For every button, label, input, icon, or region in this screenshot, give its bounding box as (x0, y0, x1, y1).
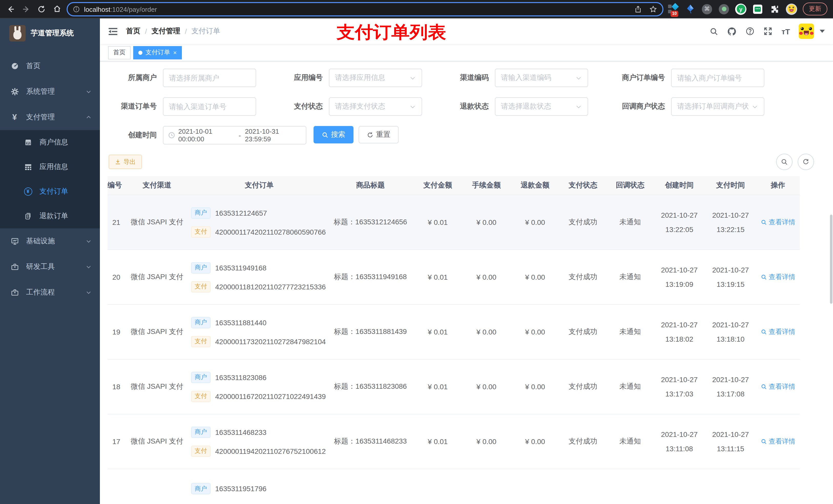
tab-close-icon[interactable]: × (173, 49, 177, 55)
table-row[interactable]: 商户 1635311951796 查看详情 (108, 469, 800, 504)
filter-callback-status: 回调商户状态 请选择订单回调商户状态 (605, 97, 764, 116)
reset-button[interactable]: 重置 (359, 126, 399, 143)
table-row[interactable]: 20 微信 JSAPI 支付 商户 1635311949168 支付 42000… (108, 250, 800, 305)
date-range-input[interactable]: 2021-10-01 00:00:00 - 2021-10-31 23:59:5… (163, 126, 306, 144)
browser-back-icon[interactable] (5, 3, 16, 15)
pay-channel: 微信 JSAPI 支付 (125, 272, 189, 282)
app-title: 芋道管理系统 (31, 29, 74, 38)
extension-chat-icon[interactable] (752, 3, 763, 15)
extension-emoji-icon[interactable] (786, 3, 797, 15)
github-icon[interactable] (727, 26, 737, 36)
view-detail-link[interactable]: 查看详情 (761, 218, 795, 227)
browser-reload-icon[interactable] (36, 3, 47, 15)
sidebar-item-pay-order[interactable]: ¥ 支付订单 (0, 179, 100, 204)
extension-y-icon[interactable]: y (735, 3, 746, 15)
sidebar-item-home[interactable]: 首页 (0, 53, 100, 79)
channel-pay-no: 4200001174202110278060590766 (215, 228, 326, 236)
app-logo[interactable]: 芋道管理系统 (0, 19, 100, 48)
avatar-caret-icon[interactable] (820, 30, 825, 33)
pay-status: 支付成功 (560, 327, 606, 337)
callback-status: 未通知 (606, 327, 654, 337)
extension-kite-icon[interactable] (685, 3, 696, 15)
channel-pay-no: 4200001181202110277723215336 (215, 283, 326, 291)
order-id: 21 (108, 218, 125, 226)
site-info-icon[interactable] (73, 5, 80, 13)
filter-merchant-order-no: 商户订单编号 (605, 69, 764, 87)
merchant-tag: 商户 (191, 371, 211, 383)
filter-refund-status: 退款状态 请选择退款状态 (439, 97, 588, 116)
pay-status-select[interactable]: 请选择支付状态 (329, 97, 422, 116)
chevron-down-icon (752, 103, 758, 110)
vertical-scrollbar[interactable] (830, 215, 832, 304)
merchant-order-no: 1635312124657 (215, 209, 267, 217)
font-size-icon[interactable]: ᴛT (782, 27, 790, 35)
extension-green-dot-icon[interactable] (718, 3, 730, 15)
sidebar-item-payment[interactable]: ¥ 支付管理 (0, 104, 100, 130)
share-icon[interactable] (634, 5, 642, 13)
extension-command-icon[interactable]: ⌘ (701, 3, 713, 15)
channel-order-no-input[interactable] (169, 102, 250, 111)
bookmark-star-icon[interactable] (649, 5, 657, 13)
tag-home[interactable]: 首页 (108, 46, 130, 59)
pay-time: 2021-10-2713:22:15 (705, 210, 756, 234)
product-title: 标题：1635311949168 (327, 272, 413, 282)
breadcrumb-home[interactable]: 首页 (126, 27, 140, 36)
export-button[interactable]: 导出 (109, 155, 142, 169)
sidebar-item-refund-order[interactable]: 退款订单 (0, 204, 100, 229)
create-time: 2021-10-2713:19:09 (654, 265, 705, 289)
create-time (654, 469, 705, 474)
pay-amount: ¥ 0.01 (413, 218, 462, 226)
search-icon[interactable] (710, 27, 718, 35)
app-no-select[interactable]: 请选择应用信息 (329, 69, 422, 87)
help-icon[interactable] (746, 27, 755, 36)
chrome-update-button[interactable]: 更新 (803, 3, 827, 15)
browser-forward-icon[interactable] (21, 3, 32, 15)
callback-status-select[interactable]: 请选择订单回调商户状态 (671, 97, 764, 116)
pay-status: 支付成功 (560, 382, 606, 391)
toolbox-icon (10, 263, 19, 271)
sidebar-collapse-icon[interactable] (108, 27, 118, 35)
chevron-down-icon (86, 264, 92, 270)
merchant-tag: 商户 (191, 483, 211, 494)
table-row[interactable]: 17 微信 JSAPI 支付 商户 1635311468233 支付 42000… (108, 414, 800, 469)
breadcrumb-pay-order: 支付订单 (192, 27, 220, 36)
sidebar-item-merchant-info[interactable]: 商户信息 (0, 130, 100, 155)
extensions-puzzle-icon[interactable] (769, 3, 780, 15)
view-detail-link[interactable]: 查看详情 (761, 327, 795, 337)
product-title: 标题：1635312124656 (327, 218, 413, 227)
date-start: 2021-10-01 00:00:00 (178, 127, 235, 143)
avatar[interactable] (799, 24, 814, 39)
sidebar-item-app-info[interactable]: 应用信息 (0, 155, 100, 179)
extension-diamond-icon[interactable]: 10 (668, 3, 679, 15)
breadcrumb-payment[interactable]: 支付管理 (152, 27, 180, 36)
toggle-search-button[interactable] (776, 154, 792, 170)
sidebar-item-infrastructure[interactable]: 基础设施 (0, 229, 100, 254)
browser-home-icon[interactable] (51, 3, 63, 15)
yen-icon: ¥ (10, 113, 19, 121)
fullscreen-icon[interactable] (764, 27, 773, 36)
sidebar-item-workflow[interactable]: 工作流程 (0, 280, 100, 305)
merchant-input[interactable] (169, 74, 250, 82)
merchant-order-no-input[interactable] (677, 74, 758, 82)
create-time: 2021-10-2713:18:02 (654, 320, 705, 344)
table-row[interactable]: 19 微信 JSAPI 支付 商户 1635311881440 支付 42000… (108, 305, 800, 360)
table-row[interactable]: 18 微信 JSAPI 支付 商户 1635311823086 支付 42000… (108, 360, 800, 414)
refund-status-select[interactable]: 请选择退款状态 (495, 97, 588, 116)
view-detail-link[interactable]: 查看详情 (761, 382, 795, 391)
refresh-button[interactable] (798, 154, 814, 170)
merchant-order-no: 1635311951796 (215, 484, 266, 493)
chevron-down-icon (409, 74, 416, 81)
sidebar-item-system[interactable]: 系统管理 (0, 79, 100, 104)
pay-order-icon: ¥ (24, 188, 32, 196)
table-row[interactable]: 21 微信 JSAPI 支付 商户 1635312124657 支付 42000… (108, 195, 800, 250)
search-button[interactable]: 搜索 (313, 126, 354, 143)
pay-channel: 微信 JSAPI 支付 (125, 382, 189, 391)
tag-pay-order[interactable]: 支付订单 × (133, 46, 182, 59)
view-detail-link[interactable]: 查看详情 (761, 272, 795, 282)
url-bar[interactable]: localhost:1024/pay/order (67, 2, 663, 16)
view-detail-link[interactable]: 查看详情 (761, 437, 795, 446)
pay-channel: 微信 JSAPI 支付 (125, 437, 189, 446)
sidebar-item-dev-tools[interactable]: 研发工具 (0, 254, 100, 280)
active-tag-dot (138, 50, 142, 54)
channel-code-select[interactable]: 请输入渠道编码 (495, 69, 588, 87)
